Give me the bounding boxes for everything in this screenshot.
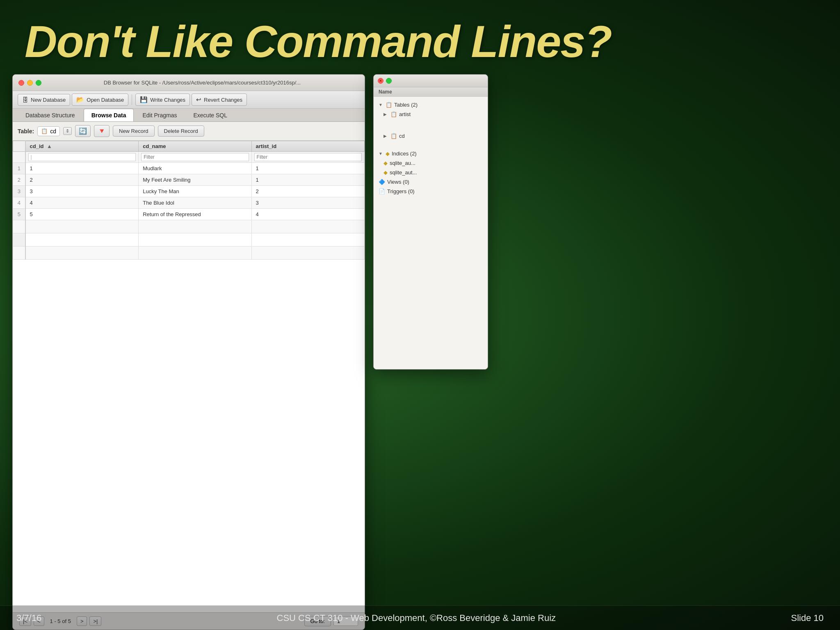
- views-icon: 🔷: [379, 179, 385, 185]
- revert-changes-button[interactable]: ↩ Revert Changes: [192, 94, 247, 106]
- index2-icon: ◆: [383, 169, 388, 176]
- tree-tables-row[interactable]: ▼ 📋 Tables (2): [374, 100, 488, 110]
- open-database-button[interactable]: 📂 Open Database: [72, 94, 128, 106]
- table-row[interactable]: 5 5 Return of the Repressed 4: [13, 209, 365, 220]
- revert-icon: ↩: [196, 96, 201, 103]
- tree-index1-row[interactable]: ◆ sqlite_au...: [374, 158, 488, 168]
- indices-expand-arrow: ▼: [379, 151, 383, 156]
- slide-footer: 3/7/16 CSU CS CT 310 - Web Development, …: [0, 605, 840, 630]
- table-arrows[interactable]: ⇕: [63, 127, 72, 135]
- traffic-lights: [18, 80, 41, 86]
- panel-titlebar: ✕: [374, 75, 488, 87]
- tab-execute-sql[interactable]: Execute SQL: [185, 109, 235, 121]
- panel-tree: ▼ 📋 Tables (2) ▶ 📋 artist ▶ 📋 cd: [374, 97, 488, 369]
- tables-icon: 📋: [386, 102, 392, 108]
- empty-row: [13, 233, 365, 247]
- col-cd-id-header[interactable]: cd_id ▲: [25, 141, 139, 152]
- cd-id-filter-input[interactable]: [28, 153, 136, 161]
- table-row[interactable]: 1 1 Mudlark 1: [13, 163, 365, 174]
- footer-date: 3/7/16: [16, 613, 41, 623]
- row-num-cell: 5: [13, 209, 25, 220]
- tab-database-structure[interactable]: Database Structure: [18, 109, 83, 121]
- indices-label: Indices (2): [392, 151, 417, 157]
- tables-label: Tables (2): [394, 102, 418, 108]
- new-database-button[interactable]: 🗄 New Database: [18, 94, 70, 106]
- cd-name-cell: The Blue Idol: [139, 197, 251, 209]
- cd-name-cell: Return of the Repressed: [139, 209, 251, 220]
- write-changes-button[interactable]: 💾 Write Changes: [135, 94, 190, 106]
- sort-arrow: ▲: [47, 143, 52, 149]
- maximize-button[interactable]: [36, 80, 41, 86]
- indices-icon: ◆: [386, 151, 390, 157]
- write-changes-label: Write Changes: [150, 97, 185, 103]
- cd-name-cell: Lucky The Man: [139, 186, 251, 197]
- index2-label: sqlite_aut...: [390, 169, 417, 176]
- minimize-button[interactable]: [27, 80, 33, 86]
- panel-close-button[interactable]: ✕: [378, 78, 383, 84]
- filter-artist-id[interactable]: [251, 152, 364, 163]
- artist-table-icon: 📋: [390, 111, 397, 117]
- table-row[interactable]: 4 4 The Blue Idol 3: [13, 197, 365, 209]
- table-header-row: cd_id ▲ cd_name artist_id: [13, 141, 365, 152]
- artist-label: artist: [399, 111, 411, 117]
- revert-changes-label: Revert Changes: [204, 97, 242, 103]
- data-table-container: cd_id ▲ cd_name artist_id: [13, 141, 365, 612]
- table-label: Table:: [18, 128, 34, 135]
- window-title: DB Browser for SQLite - /Users/ross/Acti…: [46, 80, 359, 86]
- tree-cd-row[interactable]: ▶ 📋 cd: [374, 131, 488, 141]
- table-row[interactable]: 3 3 Lucky The Man 2: [13, 186, 365, 197]
- row-num-cell: 2: [13, 174, 25, 186]
- tree-views-row[interactable]: 🔷 Views (0): [374, 177, 488, 187]
- tables-expand-arrow: ▼: [379, 103, 383, 107]
- filter-row: [13, 152, 365, 163]
- tree-artist-row[interactable]: ▶ 📋 artist: [374, 110, 488, 119]
- col-cd-name-header[interactable]: cd_name: [139, 141, 251, 152]
- filter-cd-name[interactable]: [139, 152, 251, 163]
- refresh-icon: 🔄: [79, 128, 87, 135]
- write-icon: 💾: [140, 96, 148, 103]
- artist-expand-arrow: ▶: [383, 112, 388, 116]
- footer-slide: Slide 10: [791, 613, 824, 623]
- db-structure-panel: ✕ Name ▼ 📋 Tables (2) ▶ 📋 artist: [373, 74, 488, 370]
- tree-header: Name: [374, 87, 488, 97]
- tree-triggers-row[interactable]: 📄 Triggers (0): [374, 187, 488, 196]
- tab-browse-data[interactable]: Browse Data: [84, 109, 134, 121]
- new-database-label: New Database: [31, 97, 66, 103]
- artist-id-cell: 1: [251, 174, 364, 186]
- tree-indices-row[interactable]: ▼ ◆ Indices (2): [374, 149, 488, 158]
- refresh-button[interactable]: 🔄: [75, 125, 91, 137]
- table-row[interactable]: 2 2 My Feet Are Smiling 1: [13, 174, 365, 186]
- artist-id-cell: 3: [251, 197, 364, 209]
- table-name: cd: [50, 128, 56, 135]
- tab-edit-pragmas[interactable]: Edit Pragmas: [135, 109, 185, 121]
- table-selector[interactable]: 📋 cd: [37, 126, 60, 136]
- delete-record-button[interactable]: Delete Record: [158, 126, 204, 137]
- row-num-cell: 3: [13, 186, 25, 197]
- col-artist-id-header[interactable]: artist_id: [251, 141, 364, 152]
- footer-center: CSU CS CT 310 - Web Development, ©Ross B…: [277, 613, 556, 623]
- slide-title: Don't Like Command Lines?: [25, 16, 815, 66]
- row-num-cell: 1: [13, 163, 25, 174]
- index1-icon: ◆: [383, 160, 388, 166]
- filter-cd-id[interactable]: [25, 152, 139, 163]
- cd-name-filter-input[interactable]: [141, 153, 249, 161]
- cd-id-cell: 5: [25, 209, 139, 220]
- open-database-label: Open Database: [87, 97, 124, 103]
- cd-id-cell: 3: [25, 186, 139, 197]
- artist-id-cell: 1: [251, 163, 364, 174]
- panel-zoom-button[interactable]: [386, 78, 392, 84]
- cd-table-icon: 📋: [390, 133, 397, 139]
- cd-label: cd: [399, 133, 405, 139]
- empty-row: [13, 220, 365, 233]
- new-record-button[interactable]: New Record: [113, 126, 155, 137]
- row-num-header: [13, 141, 25, 152]
- triggers-label: Triggers (0): [387, 188, 415, 194]
- db-browser-window: DB Browser for SQLite - /Users/ross/Acti…: [12, 74, 365, 630]
- tabs-bar: Database Structure Browse Data Edit Prag…: [13, 109, 365, 122]
- artist-id-filter-input[interactable]: [254, 153, 362, 161]
- filter-button[interactable]: 🔻: [94, 125, 110, 137]
- index1-label: sqlite_au...: [390, 160, 415, 166]
- tree-index2-row[interactable]: ◆ sqlite_aut...: [374, 168, 488, 177]
- cd-expand-arrow: ▶: [383, 134, 388, 138]
- close-button[interactable]: [18, 80, 24, 86]
